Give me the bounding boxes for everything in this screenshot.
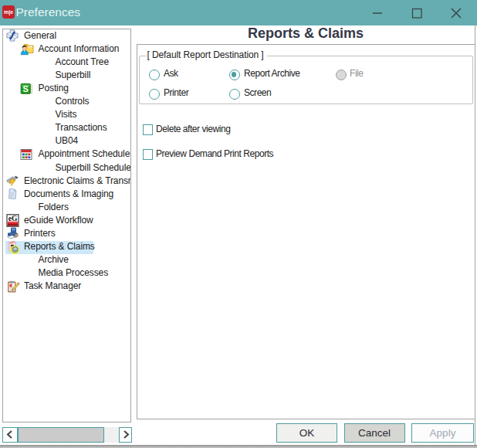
svg-text:S: S xyxy=(23,84,29,93)
svg-text:eG: eG xyxy=(8,215,18,222)
